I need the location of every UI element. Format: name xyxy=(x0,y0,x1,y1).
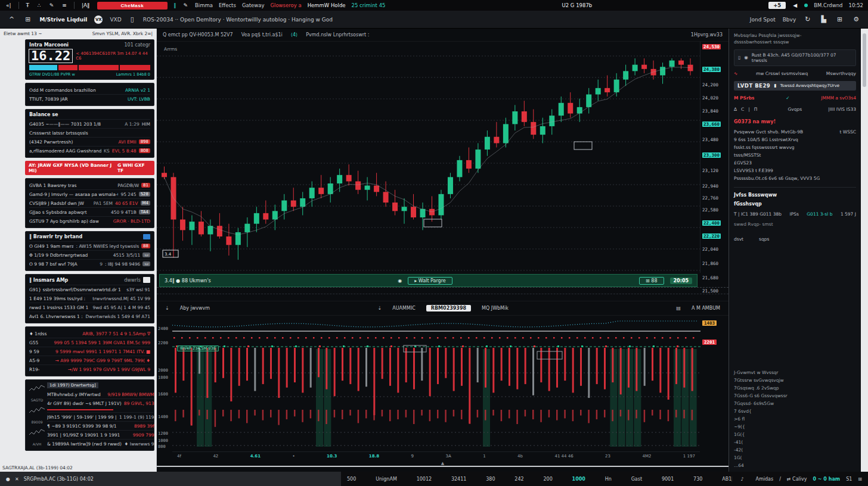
table-row[interactable]: (4342 Pwrwrtressh)AVI EMII898 xyxy=(29,137,150,146)
table-row[interactable]: G55999 05 5 1394 599 1 39M GVA1 EM.5c 99… xyxy=(29,338,150,347)
table-row[interactable]: MTBvhrwbd.y IMYwrtwd9/919 BMW9/ BMWM xyxy=(47,390,154,398)
pause-pill[interactable]: ▸ WaIt Pargre xyxy=(408,277,452,285)
grid-pill[interactable]: ⊞ 88 xyxy=(639,277,664,285)
pane-x-label[interactable]: 18.8 xyxy=(369,454,379,459)
pane-badge[interactable]: RBM0239398 xyxy=(426,305,471,311)
align-icon[interactable]: ≡ xyxy=(61,2,68,8)
sidebar-header-left[interactable]: Eletw awmt 13 ~ xyxy=(4,31,42,36)
pen-icon[interactable]: ✎ xyxy=(182,2,189,8)
layout-icon[interactable]: ⊞ xyxy=(835,15,844,23)
nodes-icon[interactable]: ∴ xyxy=(36,2,42,8)
window-badge[interactable]: +5 xyxy=(768,2,786,9)
trade-link[interactable]: G011 3-sl b xyxy=(807,211,832,217)
table-row[interactable]: R19-→/W 1 991 979 GVV9 1 99V G9JWL 9 xyxy=(29,364,150,373)
table-row[interactable]: Odd M commandos brazhillonARNIA v2 1 xyxy=(29,86,150,94)
pane-x-axis[interactable]: 4f424.61•10.318.893A14b41 44 46234M21 19… xyxy=(172,451,700,460)
price-card-menu[interactable]: 101 categr xyxy=(124,42,150,48)
tab-live-order[interactable]: LVDT BE29 xyxy=(737,83,770,89)
mini-label[interactable]: dsvt xyxy=(734,236,743,242)
chart-icon[interactable]: ▙ xyxy=(819,15,827,23)
panel-menu-item[interactable]: 1G( xyxy=(734,455,856,460)
pane-x-label[interactable]: • xyxy=(292,454,294,459)
table-row[interactable]: J9h15 '999' | 59-199' | 199 99 |1 199-1 … xyxy=(47,412,154,421)
panel-menu-item[interactable]: 7Gsqswq .6 2vSwqp xyxy=(734,385,856,391)
pane-x-label[interactable]: 9 xyxy=(411,454,414,459)
panel-menu-item[interactable]: J-Gvwmvt w Wvssqr xyxy=(734,370,856,375)
table-row[interactable]: G4035 ~——‖—— 7031 203 1/8A 1:29HIM xyxy=(29,119,150,128)
table-row[interactable]: Crssswrst latssr brtssqssls xyxy=(29,128,150,137)
replay-icon[interactable]: ◉ xyxy=(398,278,402,284)
table-row[interactable]: AvI1 6. Lhvrwrwswss 1 :Dwvrtwrwkds 1 549… xyxy=(29,311,150,320)
table-row[interactable]: ♦ 1rdssARIB, 3977 7 51 4 9 1.5Amp ∇ xyxy=(29,329,150,338)
status-control[interactable]: S1 xyxy=(846,476,852,482)
tab-profitability[interactable]: Tswssd Avwvqshtqwqy7Urve xyxy=(780,83,839,88)
waveform-icon[interactable]: |A‖ xyxy=(80,2,91,8)
lock-icon[interactable]: ● xyxy=(6,476,10,482)
menu-item[interactable]: Bimma xyxy=(195,2,213,8)
refresh-icon[interactable]: ↻ xyxy=(803,15,812,23)
menu-item[interactable]: Effects xyxy=(219,2,236,8)
chart-indicators[interactable]: Pvmd.nslw Lnprhrtsoswrt : xyxy=(306,32,369,38)
pane-x-label[interactable]: 1 xyxy=(483,454,485,459)
order-type-icon[interactable]: C xyxy=(741,107,744,112)
table-row[interactable]: GJJao s Sybsbdra apbwqrt450 9 4T1BTA4 xyxy=(29,207,150,216)
account-label[interactable]: BM.Crdwnd xyxy=(814,2,842,8)
status-control[interactable]: ⊞ xyxy=(858,476,862,482)
panel-menu-item[interactable]: >6 fl xyxy=(734,416,856,422)
panel-menu-item[interactable]: 7Gtssrw svGvwqsvqjw xyxy=(734,378,856,383)
status-control[interactable]: 0 ~ 0 ham xyxy=(813,476,841,482)
sound-icon[interactable]: ♪ xyxy=(740,476,743,482)
close-icon[interactable]: ✕ xyxy=(15,476,19,482)
table-row[interactable]: rwwd 1 IrssIrss 1533 GM 19wd 45 95 A| 1 … xyxy=(29,303,150,311)
scrollbar-gutter[interactable] xyxy=(861,29,868,472)
table-row[interactable]: O GI49 1 9am mwra 5151: AW15 NWIES leyd … xyxy=(29,241,150,250)
status-control[interactable]: Amidas xyxy=(756,476,774,482)
levels-badge[interactable] xyxy=(143,234,150,239)
device-row[interactable]: ▯ ◉ Rust B 43ch. A45 G0/077b100/377 07 t… xyxy=(734,49,856,66)
alloc-badge[interactable] xyxy=(143,277,150,283)
table-row[interactable]: 4r G9Y 89) dwdr ~s 9MLT J 191V)89 G9VL, … xyxy=(47,398,154,407)
draw-icon[interactable]: ✎ xyxy=(48,2,55,8)
order-tabbar[interactable]: LVDT BE29 ▮ Tswssd Avwvqshtqwqy7Urve xyxy=(734,81,856,91)
panel-menu-item[interactable]: 1G({ xyxy=(734,432,856,437)
table-row[interactable]: GSTU9 7 Ayo bgrshilrb ap) dawGROR · BLD-… xyxy=(29,216,150,225)
table-row[interactable]: CVSIJ89 J Radsbf dwn JWPA1 5EM40 65 E1VM… xyxy=(29,198,150,207)
table-row[interactable]: a,rfllasmodered AAG GwsshrandyKSEVI, 5 8… xyxy=(29,146,150,155)
history-link[interactable]: Mswvrthvqqy xyxy=(826,71,856,76)
toolbar-link[interactable]: Jond Spot xyxy=(750,17,776,23)
table-row[interactable]: ¶ ~89 3 9191C 9399 39 98 9/18989 39f xyxy=(47,421,154,430)
pane-x-label[interactable]: 23 xyxy=(605,454,610,459)
chart-symbol-info[interactable]: Q emct pp QV-H0053.M 52V7 xyxy=(163,32,233,38)
pane-x-label[interactable]: 10.3 xyxy=(327,454,337,459)
settings-icon[interactable]: ▤ xyxy=(676,306,681,311)
pane-label-left[interactable]: Aby jwvwvm xyxy=(180,306,210,311)
grid-icon[interactable]: ⊞ xyxy=(23,15,32,23)
order-type-icon[interactable]: Π xyxy=(754,107,758,112)
pane-x-label[interactable]: 4b xyxy=(517,454,523,459)
price-axis[interactable]: 24,53024,38024,20024,02023,84023,66023,4… xyxy=(700,42,728,273)
table-row[interactable]: & 19899A Iwrtlrw]9 (rwd 9 rwwd)♦ Iwwrwws… xyxy=(47,439,154,448)
panel-menu-item[interactable]: -42( xyxy=(734,447,856,453)
pane-separator[interactable] xyxy=(157,287,728,301)
pane-x-label[interactable]: 42 xyxy=(213,454,218,459)
status-control[interactable]: / xyxy=(779,476,781,482)
pane-x-label[interactable]: 4f xyxy=(177,454,181,459)
chart-template[interactable]: 1Hpvrg.wv33 xyxy=(691,32,723,38)
menu-item[interactable]: Gateway xyxy=(242,2,265,8)
candlestick-chart[interactable]: 3.4 Arrms 24,53024,38024,20024,02023,840… xyxy=(157,42,728,287)
pin-icon[interactable]: Ŧ xyxy=(25,2,31,8)
panel-menu-item[interactable]: -41( xyxy=(734,440,856,445)
sidebar-header-right[interactable]: Smvn YSLM, AVR. Xbrk 2=| xyxy=(92,31,153,36)
breadcrumb[interactable]: ROS-20034 ·· Open Demltory · Wentortwill… xyxy=(143,17,333,23)
order-type-icons[interactable]: ∆C|Π xyxy=(734,107,761,112)
pane-x-label[interactable]: 41 44 46 xyxy=(554,454,573,459)
panel-menu-item[interactable]: 7Gss6-G s6 Gssvvqwssr xyxy=(734,393,856,398)
table-row[interactable]: O 9 98 7 bsf wvf 79JA9: I8J 94 98 9496▭ xyxy=(29,259,150,268)
pane-x-label[interactable]: 4.61 xyxy=(250,454,261,459)
table-row[interactable]: TTIUT, 70839 JARUVT: LVBB xyxy=(29,94,150,103)
pane-label-mid2[interactable]: MQ JWbMik xyxy=(482,306,509,311)
caret-up-icon[interactable]: ^ xyxy=(7,15,16,23)
table-row[interactable]: A5-9→ A99 9999 799C G99 9 799T 9ML 799( … xyxy=(29,356,150,364)
pane-label-mid[interactable]: AUAMMIC xyxy=(392,306,416,311)
table-row[interactable]: 9 599 5999 mwvl 9991 1 19971 1 7M41 ITV.… xyxy=(29,347,150,356)
